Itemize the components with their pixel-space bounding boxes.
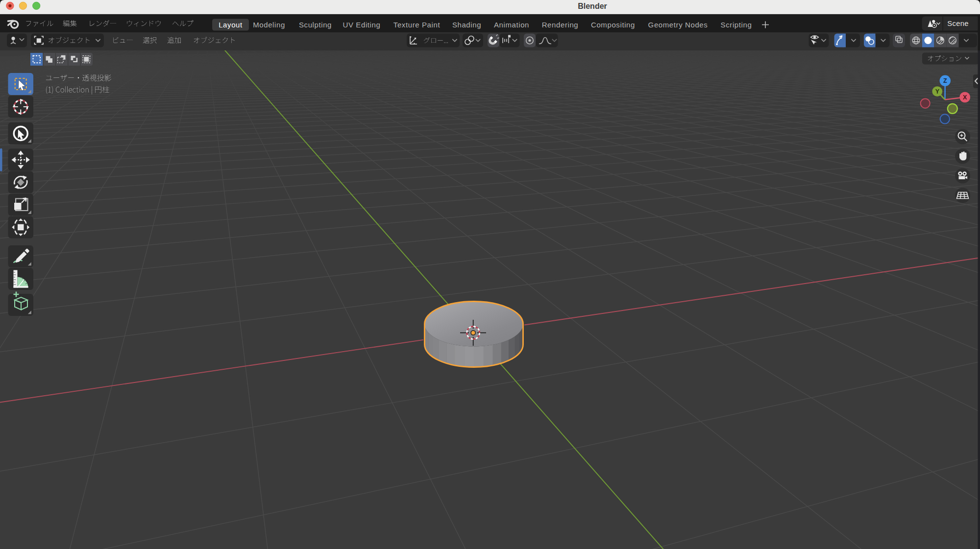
svg-text:Geometry Nodes: Geometry Nodes bbox=[648, 21, 708, 29]
svg-text:Modeling: Modeling bbox=[253, 21, 285, 29]
svg-text:Blender: Blender bbox=[578, 2, 607, 10]
svg-text:Layout: Layout bbox=[219, 21, 243, 29]
svg-text:UV Editing: UV Editing bbox=[343, 21, 381, 29]
svg-text:Animation: Animation bbox=[494, 21, 529, 29]
svg-text:Rendering: Rendering bbox=[542, 21, 579, 29]
svg-text:Sculpting: Sculpting bbox=[299, 21, 332, 29]
svg-text:Scripting: Scripting bbox=[721, 21, 752, 29]
svg-text:Scene: Scene bbox=[947, 20, 968, 27]
svg-text:X: X bbox=[963, 94, 967, 101]
svg-text:Shading: Shading bbox=[452, 21, 481, 29]
svg-text:Y: Y bbox=[935, 88, 940, 95]
svg-text:Compositing: Compositing bbox=[591, 21, 635, 29]
svg-text:Texture Paint: Texture Paint bbox=[393, 21, 441, 29]
svg-text:Z: Z bbox=[943, 77, 947, 84]
